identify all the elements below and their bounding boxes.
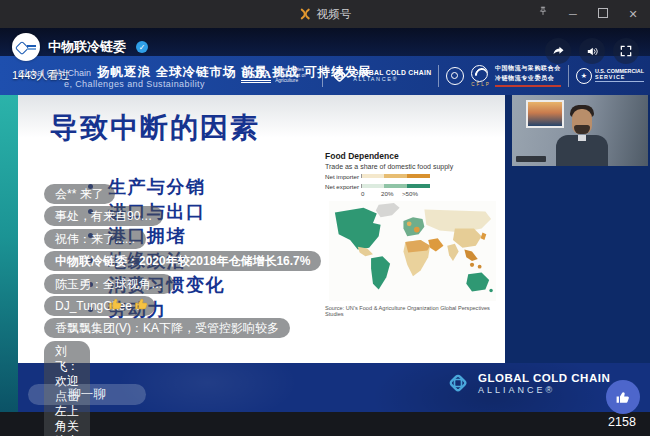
tick-label: >50% bbox=[402, 190, 418, 197]
gcca-footer-logo: GLOBAL COLD CHAIN ALLIANCE® bbox=[445, 370, 610, 396]
ucs-emblem-icon: ★ bbox=[576, 68, 592, 84]
gcca-knot-icon bbox=[330, 66, 349, 85]
verified-badge-icon: ✓ bbox=[136, 41, 148, 53]
footer-logo-line2: ALLIANCE® bbox=[478, 385, 610, 395]
chart-source: Source: UN's Food & Agriculture Organiza… bbox=[325, 305, 503, 317]
chat-message: 事处，有来自90… bbox=[44, 206, 163, 226]
gcca-line1: GLOBAL COLD CHAIN bbox=[353, 69, 431, 76]
view-count: 1443人看过 bbox=[12, 68, 69, 83]
chat-message: 陈玉勇：全球视角… bbox=[44, 274, 174, 294]
channel-name: 中物联冷链委 bbox=[48, 38, 126, 56]
volume-button[interactable] bbox=[579, 38, 605, 64]
pin-icon[interactable] bbox=[536, 0, 550, 28]
exporter-scale-bar bbox=[361, 184, 430, 189]
cflp-emblem-icon bbox=[471, 65, 488, 82]
footer-logo-line1: GLOBAL COLD CHAIN bbox=[478, 372, 610, 384]
channel-info[interactable]: 中物联冷链委 ✓ bbox=[12, 33, 148, 61]
slide-header-subtitle: e, Challenges and Sustainability bbox=[64, 79, 205, 89]
cflp-abbr: CFLP bbox=[471, 82, 491, 87]
slide-accent-bar bbox=[0, 95, 18, 412]
cflp-underline bbox=[495, 85, 561, 87]
chat-message: 会** 来了 bbox=[44, 184, 115, 204]
presenter-beard bbox=[574, 125, 590, 134]
wall-picture bbox=[526, 100, 564, 128]
like-count: 2158 bbox=[602, 415, 642, 429]
like-thumb-icon bbox=[615, 389, 632, 406]
legend-row: Net exporter bbox=[325, 183, 503, 190]
slide-title: 导致中断的因素 bbox=[50, 109, 260, 147]
food-dependence-chart: Food Dependence Trade as a share of dome… bbox=[325, 151, 503, 317]
chat-message: 香飘飘集团(V)：KA下降，受管控影响较多 bbox=[44, 318, 290, 338]
like-button[interactable] bbox=[606, 380, 640, 414]
minimize-icon[interactable]: ─ bbox=[566, 0, 580, 28]
app-identity: 视频号 bbox=[299, 0, 352, 28]
gcca-knot-icon bbox=[445, 370, 471, 396]
usda-name: United States Department of Agriculture bbox=[275, 67, 315, 84]
speaker-icon bbox=[585, 44, 600, 59]
us-commercial-service-logo: ★ U.S. COMMERCIAL SERVICE bbox=[576, 68, 644, 84]
presenter-name-tag bbox=[516, 156, 546, 162]
app-title: 视频号 bbox=[317, 7, 352, 22]
chart-title: Food Dependence bbox=[325, 151, 503, 161]
partner-logos: USDA United States Department of Agricul… bbox=[241, 58, 644, 93]
window-controls: ─ ✕ bbox=[536, 0, 640, 28]
presenter-collar bbox=[578, 135, 586, 141]
tick-label: 0 bbox=[361, 190, 364, 197]
share-icon bbox=[551, 44, 566, 59]
divider bbox=[438, 65, 439, 87]
usda-wordmark: USDA bbox=[241, 68, 271, 83]
close-icon[interactable]: ✕ bbox=[626, 0, 640, 28]
ucs-line2: SERVICE bbox=[595, 74, 644, 80]
chat-message: 祝伟：来了...... bbox=[44, 229, 146, 249]
chat-message: 中物联冷链委：2020年较2018年仓储增长16.7% bbox=[44, 251, 321, 271]
gcca-line2: ALLIANCE® bbox=[353, 76, 431, 82]
usda-logo: USDA United States Department of Agricul… bbox=[241, 67, 315, 84]
thumbs-up-emoji bbox=[134, 296, 150, 316]
live-video-player: Global Cold Chain扬帆逐浪 全球冷链市场 前景 挑战 可持续发展… bbox=[0, 28, 650, 412]
legend-row: Net importer bbox=[325, 173, 503, 180]
chart-subtitle: Trade as a share of domestic food supply bbox=[325, 163, 503, 170]
comment-input[interactable]: 聊一聊 bbox=[28, 384, 146, 405]
window-titlebar: 视频号 ─ ✕ bbox=[0, 0, 650, 28]
cflp-line2: 冷链物流专业委员会 bbox=[495, 74, 561, 83]
channels-logo-icon bbox=[299, 7, 312, 21]
scale-ticks: 0 20% >50% bbox=[361, 190, 441, 198]
legend-label: Net importer bbox=[325, 173, 361, 180]
seal-logo bbox=[446, 67, 464, 85]
tick-label: 20% bbox=[381, 190, 393, 197]
channel-avatar[interactable] bbox=[12, 33, 40, 61]
presenter-webcam bbox=[512, 95, 648, 166]
share-button[interactable] bbox=[545, 38, 571, 64]
app-window: 视频号 ─ ✕ Global Cold Chain扬帆逐浪 全球冷链市场 前景 … bbox=[0, 0, 650, 436]
world-map bbox=[325, 201, 500, 301]
cflp-line1: 中国物流与采购联合会 bbox=[495, 64, 561, 73]
importer-scale-bar bbox=[361, 174, 430, 179]
divider bbox=[568, 65, 569, 87]
divider bbox=[322, 65, 323, 87]
bottom-bar: 2158 bbox=[0, 412, 650, 436]
ucs-tagline bbox=[595, 81, 644, 83]
fullscreen-icon bbox=[619, 44, 633, 58]
gcca-logo: GLOBAL COLD CHAIN ALLIANCE® bbox=[330, 66, 431, 85]
legend-label: Net exporter bbox=[325, 183, 361, 190]
thumbs-up-emoji bbox=[108, 296, 124, 316]
fullscreen-button[interactable] bbox=[613, 38, 639, 64]
maximize-icon[interactable] bbox=[596, 0, 610, 28]
cflp-logo: CFLP 中国物流与采购联合会 冷链物流专业委员会 bbox=[471, 64, 561, 87]
